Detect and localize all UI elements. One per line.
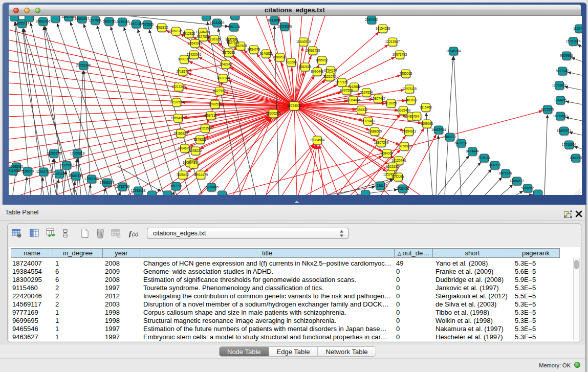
column-header-title[interactable]: title <box>140 248 395 258</box>
cell-out_degree[interactable]: 0 <box>396 268 432 276</box>
cell-title[interactable]: Estimation of the future numbers of pati… <box>143 325 394 333</box>
tab-network-table[interactable]: Network Table <box>318 347 375 356</box>
graph-node[interactable] <box>10 16 19 21</box>
table-row[interactable]: 977716911998Corpus callosum shape and si… <box>11 309 563 317</box>
cell-pagerank[interactable]: 5.6E–5 <box>515 268 559 276</box>
cell-title[interactable]: Tourette syndrome. Phenomenology and cla… <box>143 284 394 292</box>
table-scrollbar[interactable] <box>573 258 580 340</box>
cell-title[interactable]: Disruption of a novel member of a sodium… <box>143 300 394 309</box>
row-height-icon[interactable] <box>60 228 71 238</box>
table-row[interactable]: 969969511998Structural magnetic resonanc… <box>11 317 563 325</box>
cell-name[interactable]: 18300295 <box>12 276 52 284</box>
cell-title[interactable]: Structural magnetic resonance image aver… <box>143 317 394 325</box>
cell-short[interactable]: de Silva et al. (2003) <box>435 300 511 309</box>
tab-node-table[interactable]: Node Table <box>220 347 269 356</box>
graph-node[interactable] <box>361 190 370 195</box>
table-row[interactable]: 1456911722003Disruption of a novel membe… <box>11 300 563 309</box>
graph-node[interactable] <box>148 191 157 195</box>
column-header-short[interactable]: short <box>433 248 512 258</box>
cell-pagerank[interactable]: 5.3E–5 <box>515 317 559 325</box>
cell-out_degree[interactable]: 0 <box>396 284 432 292</box>
cell-out_degree[interactable]: 0 <box>396 325 432 333</box>
cell-out_degree[interactable]: 0 <box>396 309 432 317</box>
cell-title[interactable]: Investigating the contribution of common… <box>143 292 394 300</box>
cell-year[interactable]: 2008 <box>105 276 139 284</box>
cell-name[interactable]: 14569117 <box>12 300 52 309</box>
cell-name[interactable]: 19384554 <box>12 268 52 276</box>
cell-in_degree[interactable]: 2 <box>55 284 102 292</box>
cell-out_degree[interactable]: 0 <box>396 276 432 284</box>
cell-year[interactable]: 2003 <box>105 300 139 309</box>
table-scrollbar-thumb[interactable] <box>574 260 579 269</box>
graph-node[interactable] <box>218 191 227 195</box>
cell-out_degree[interactable]: 0 <box>396 317 432 325</box>
graph-node[interactable] <box>231 16 239 20</box>
cell-year[interactable]: 2008 <box>105 259 139 268</box>
cell-in_degree[interactable]: 1 <box>55 333 102 341</box>
table-row[interactable]: 946362711997Embryonic stem cells: a mode… <box>11 333 563 341</box>
new-table-icon[interactable] <box>80 228 90 238</box>
panel-divider-handle[interactable] <box>294 201 299 203</box>
cell-in_degree[interactable]: 1 <box>55 317 102 325</box>
cell-pagerank[interactable]: 5.5E–5 <box>515 292 559 300</box>
graph-node[interactable] <box>534 190 542 195</box>
cell-name[interactable]: 9699695 <box>12 317 52 325</box>
cell-title[interactable]: Estimation of significance thresholds fo… <box>143 276 394 284</box>
close-panel-icon[interactable] <box>575 210 582 217</box>
cell-pagerank[interactable]: 5.3E–5 <box>515 325 559 333</box>
cell-pagerank[interactable]: 5.3E–5 <box>515 309 559 317</box>
cell-name[interactable]: 9115460 <box>12 284 52 292</box>
cell-in_degree[interactable]: 1 <box>55 309 102 317</box>
cell-year[interactable]: 1997 <box>105 325 139 333</box>
delete-columns-icon[interactable] <box>111 228 121 238</box>
cell-year[interactable]: 2012 <box>105 292 139 300</box>
cell-name[interactable]: 22420046 <box>12 292 52 300</box>
graph-node[interactable] <box>51 16 60 23</box>
cell-year[interactable]: 1998 <box>105 309 139 317</box>
cell-in_degree[interactable]: 2 <box>55 300 102 309</box>
cell-year[interactable]: 2009 <box>105 268 139 276</box>
float-panel-icon[interactable] <box>564 210 572 218</box>
cell-year[interactable]: 1998 <box>105 317 139 325</box>
cell-pagerank[interactable]: 5.3E–5 <box>515 333 559 341</box>
window-titlebar[interactable]: citations_edges.txt <box>9 5 581 16</box>
cell-pagerank[interactable]: 5.3E–5 <box>515 259 559 268</box>
tab-edge-table[interactable]: Edge Table <box>269 347 318 356</box>
cell-short[interactable]: Stergiakouli et al. (2012) <box>435 292 511 300</box>
cell-short[interactable]: Wolkin et al. (1998) <box>435 317 511 325</box>
select-columns-icon[interactable] <box>30 228 40 238</box>
cell-in_degree[interactable]: 6 <box>55 268 102 276</box>
table-options-icon[interactable] <box>12 228 22 238</box>
cell-short[interactable]: Franke et al. (2009) <box>435 268 511 276</box>
cell-short[interactable]: Yano et al. (2008) <box>435 259 511 268</box>
cell-out_degree[interactable]: 0 <box>396 300 432 309</box>
cell-short[interactable]: Hescheler et al. (1997) <box>435 333 511 341</box>
cell-name[interactable]: 9463627 <box>12 333 52 341</box>
cell-in_degree[interactable]: 1 <box>55 259 102 268</box>
cell-in_degree[interactable]: 6 <box>55 276 102 284</box>
delete-table-icon[interactable] <box>95 228 105 238</box>
import-table-icon[interactable] <box>46 228 56 238</box>
table-row[interactable]: 946554611997Estimation of the future num… <box>11 325 563 333</box>
graph-node[interactable] <box>163 191 172 195</box>
cell-title[interactable]: Genome–wide association studies in ADHD. <box>143 268 394 276</box>
network-table-select[interactable]: citations_edges.txt <box>147 228 349 239</box>
table-row[interactable]: 1938455462009Genome–wide association stu… <box>11 268 563 276</box>
cell-short[interactable]: Dudbridge et al. (2008) <box>435 276 511 284</box>
cell-out_degree[interactable]: 49 <box>396 259 432 268</box>
table-row[interactable]: 1830029562008Estimation of significance … <box>11 276 563 284</box>
network-graph-canvas[interactable]: 1405571420691406109374591065326713276026… <box>9 16 582 195</box>
column-header-year[interactable]: year <box>103 248 140 258</box>
cell-pagerank[interactable]: 5.3E–5 <box>515 284 559 292</box>
cell-pagerank[interactable]: 5.3E–5 <box>515 300 559 309</box>
cell-title[interactable]: Corpus callosum shape and size in male p… <box>143 309 394 317</box>
cell-out_degree[interactable]: 0 <box>396 292 432 300</box>
function-builder-icon[interactable]: f (x) <box>128 228 141 238</box>
table-row[interactable]: 1872400712008Changes of HCN gene express… <box>11 259 563 268</box>
cell-name[interactable]: 9777169 <box>12 309 52 317</box>
cell-year[interactable]: 1997 <box>105 333 139 341</box>
cell-pagerank[interactable]: 5.9E–5 <box>515 276 559 284</box>
cell-in_degree[interactable]: 1 <box>55 325 102 333</box>
cell-short[interactable]: Nakamura et al. (1997) <box>435 325 511 333</box>
cell-year[interactable]: 1997 <box>105 284 139 292</box>
